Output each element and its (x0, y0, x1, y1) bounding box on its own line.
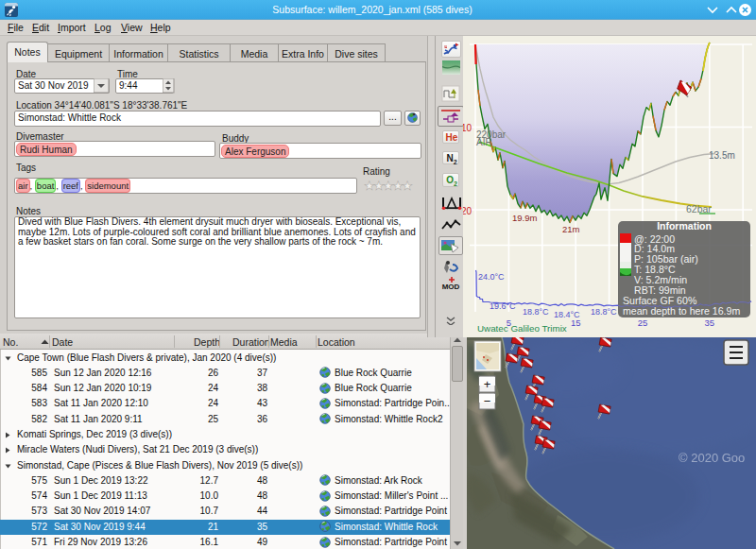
svg-text:19.6°C: 19.6°C (490, 301, 516, 311)
svg-text:15: 15 (571, 317, 581, 328)
svg-text:18.8°C: 18.8°C (591, 307, 617, 317)
svg-text:−: − (484, 394, 491, 408)
svg-text:35: 35 (705, 317, 715, 328)
svg-text:AIR: AIR (476, 137, 492, 147)
svg-text:19.9m: 19.9m (512, 213, 537, 223)
svg-text:© 2020 Goo: © 2020 Goo (679, 451, 745, 465)
svg-text:Information: Information (657, 220, 712, 232)
svg-text:20: 20 (463, 206, 472, 216)
svg-text:10: 10 (463, 123, 472, 133)
svg-text:24.0°C: 24.0°C (478, 272, 505, 282)
svg-text:21m: 21m (562, 224, 580, 234)
svg-text:25: 25 (638, 317, 648, 328)
svg-text:62bar: 62bar (686, 203, 712, 214)
svg-text:18.8°C: 18.8°C (523, 307, 549, 317)
svg-text:+: + (484, 377, 491, 391)
svg-text:Uwatec Galileo Trimix: Uwatec Galileo Trimix (477, 323, 567, 334)
svg-text:13.5m: 13.5m (709, 150, 735, 161)
